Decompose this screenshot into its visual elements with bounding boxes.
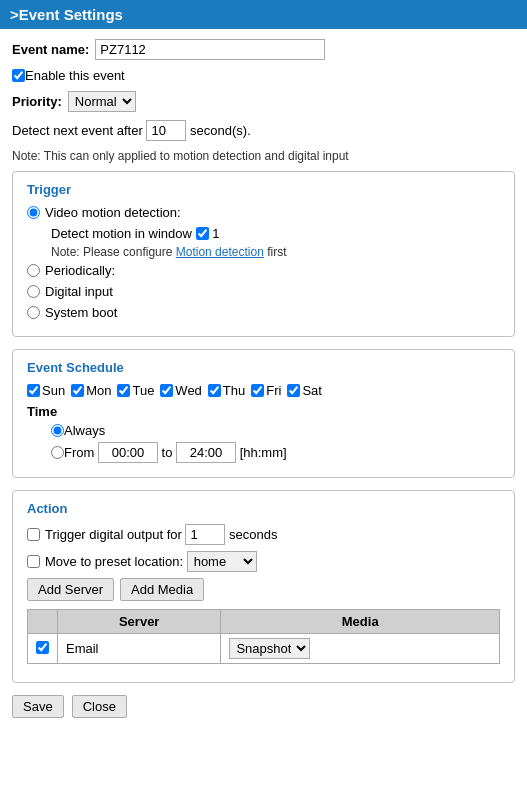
day-tue-checkbox[interactable] <box>117 384 130 397</box>
detect-value-input[interactable] <box>146 120 186 141</box>
trigger-periodically-label: Periodically: <box>45 263 115 278</box>
page-title: >Event Settings <box>0 0 527 29</box>
save-button[interactable]: Save <box>12 695 64 718</box>
detect-motion-label: Detect motion in window <box>51 226 192 241</box>
move-preset-checkbox[interactable] <box>27 555 40 568</box>
trigger-digital-output-checkbox[interactable] <box>27 528 40 541</box>
table-header-server: Server <box>58 610 221 634</box>
row-checkbox[interactable] <box>36 641 49 654</box>
trigger-digital-input-label: Digital input <box>45 284 113 299</box>
time-always-label: Always <box>64 423 105 438</box>
table-header-checkbox-col <box>28 610 58 634</box>
motion-detection-link[interactable]: Motion detection <box>176 245 264 259</box>
enable-label: Enable this event <box>25 68 125 83</box>
row-media-cell[interactable]: Snapshot Video <box>221 634 500 664</box>
trigger-digital-unit: seconds <box>229 527 277 542</box>
event-name-label: Event name: <box>12 42 89 57</box>
time-section: Time Always From to [hh:mm] <box>27 404 500 463</box>
event-name-input[interactable] <box>95 39 325 60</box>
action-section: Action Trigger digital output for second… <box>12 490 515 683</box>
close-button[interactable]: Close <box>72 695 127 718</box>
server-media-buttons: Add Server Add Media <box>27 578 500 601</box>
trigger-periodically-radio[interactable] <box>27 264 40 277</box>
trigger-title: Trigger <box>27 182 500 197</box>
time-to-input[interactable] <box>176 442 236 463</box>
add-media-button[interactable]: Add Media <box>120 578 204 601</box>
event-schedule-section: Event Schedule Sun Mon Tue Wed Thu <box>12 349 515 478</box>
detect-unit: second(s). <box>190 123 251 138</box>
media-select[interactable]: Snapshot Video <box>229 638 310 659</box>
preset-select[interactable]: home preset1 preset2 <box>187 551 257 572</box>
day-fri-checkbox[interactable] <box>251 384 264 397</box>
trigger-digital-input-radio[interactable] <box>27 285 40 298</box>
time-to-label: to <box>162 445 173 460</box>
table-row: Email Snapshot Video <box>28 634 500 664</box>
day-mon-checkbox[interactable] <box>71 384 84 397</box>
row-server-cell: Email <box>58 634 221 664</box>
day-thu-checkbox[interactable] <box>208 384 221 397</box>
day-tue-label: Tue <box>132 383 154 398</box>
bottom-buttons: Save Close <box>12 695 515 718</box>
note-configure: Note: Please configure <box>51 245 176 259</box>
trigger-video-motion-label: Video motion detection: <box>45 205 181 220</box>
detect-label: Detect next event after <box>12 123 143 138</box>
time-from-label: From <box>64 445 94 460</box>
detect-motion-value: 1 <box>212 226 219 241</box>
time-from-radio[interactable] <box>51 446 64 459</box>
day-fri-label: Fri <box>266 383 281 398</box>
detect-motion-checkbox[interactable] <box>196 227 209 240</box>
move-preset-label: Move to preset location: <box>45 554 183 569</box>
trigger-video-motion-radio[interactable] <box>27 206 40 219</box>
day-mon-label: Mon <box>86 383 111 398</box>
event-schedule-title: Event Schedule <box>27 360 500 375</box>
trigger-system-boot-label: System boot <box>45 305 117 320</box>
enable-checkbox[interactable] <box>12 69 25 82</box>
time-from-input[interactable] <box>98 442 158 463</box>
trigger-system-boot-radio[interactable] <box>27 306 40 319</box>
note-text: Note: This can only applied to motion de… <box>12 149 515 163</box>
table-header-media: Media <box>221 610 500 634</box>
day-sun-label: Sun <box>42 383 65 398</box>
day-sun-checkbox[interactable] <box>27 384 40 397</box>
day-wed-label: Wed <box>175 383 202 398</box>
media-table: Server Media Email Snapshot Video <box>27 609 500 664</box>
trigger-digital-value-input[interactable] <box>185 524 225 545</box>
day-wed-checkbox[interactable] <box>160 384 173 397</box>
add-server-button[interactable]: Add Server <box>27 578 114 601</box>
priority-select[interactable]: Normal High Low <box>68 91 136 112</box>
days-row: Sun Mon Tue Wed Thu Fri <box>27 383 500 398</box>
trigger-digital-label: Trigger digital output for <box>45 527 182 542</box>
action-title: Action <box>27 501 500 516</box>
trigger-section: Trigger Video motion detection: Detect m… <box>12 171 515 337</box>
day-thu-label: Thu <box>223 383 245 398</box>
day-sat-label: Sat <box>302 383 322 398</box>
hhmm-label: [hh:mm] <box>240 445 287 460</box>
time-always-radio[interactable] <box>51 424 64 437</box>
time-label: Time <box>27 404 500 419</box>
note-first: first <box>264 245 287 259</box>
priority-label: Priority: <box>12 94 62 109</box>
day-sat-checkbox[interactable] <box>287 384 300 397</box>
